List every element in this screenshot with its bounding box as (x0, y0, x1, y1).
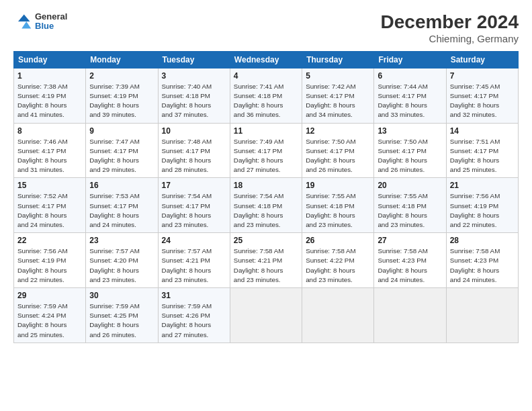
calendar-cell: 10Sunrise: 7:48 AMSunset: 4:17 PMDayligh… (158, 123, 230, 178)
day-info: Sunrise: 7:39 AMSunset: 4:19 PMDaylight:… (89, 82, 154, 120)
day-number: 29 (17, 291, 82, 300)
day-number: 21 (450, 181, 515, 190)
day-number: 9 (89, 126, 154, 136)
day-number: 17 (162, 181, 226, 190)
calendar-cell (374, 288, 446, 343)
day-info: Sunrise: 7:52 AMSunset: 4:17 PMDaylight:… (17, 191, 82, 230)
day-number: 30 (89, 291, 154, 300)
day-info: Sunrise: 7:59 AMSunset: 4:24 PMDaylight:… (17, 302, 82, 340)
day-info: Sunrise: 7:56 AMSunset: 4:19 PMDaylight:… (450, 191, 515, 230)
day-info: Sunrise: 7:38 AMSunset: 4:19 PMDaylight:… (17, 82, 82, 120)
calendar-week-row: 15Sunrise: 7:52 AMSunset: 4:17 PMDayligh… (14, 178, 519, 233)
calendar-cell: 26Sunrise: 7:58 AMSunset: 4:22 PMDayligh… (302, 233, 374, 288)
day-info: Sunrise: 7:40 AMSunset: 4:18 PMDaylight:… (162, 82, 226, 120)
day-number: 2 (89, 71, 154, 81)
calendar-cell (302, 288, 374, 343)
day-number: 15 (17, 181, 82, 190)
day-number: 13 (378, 126, 442, 136)
header: General Blue December 2024 Chieming, Ger… (13, 12, 519, 44)
day-info: Sunrise: 7:54 AMSunset: 4:17 PMDaylight:… (162, 191, 226, 230)
calendar-header-row: SundayMondayTuesdayWednesdayThursdayFrid… (14, 51, 519, 68)
calendar-subtitle: Chieming, Germany (381, 33, 519, 44)
calendar-cell: 25Sunrise: 7:58 AMSunset: 4:21 PMDayligh… (230, 233, 302, 288)
day-info: Sunrise: 7:58 AMSunset: 4:21 PMDaylight:… (234, 246, 298, 285)
calendar-cell: 24Sunrise: 7:57 AMSunset: 4:21 PMDayligh… (158, 233, 230, 288)
calendar-cell: 3Sunrise: 7:40 AMSunset: 4:18 PMDaylight… (158, 68, 230, 123)
day-number: 23 (89, 236, 154, 245)
day-number: 8 (17, 126, 82, 136)
day-number: 18 (234, 181, 298, 190)
svg-marker-1 (21, 21, 31, 29)
day-info: Sunrise: 7:45 AMSunset: 4:17 PMDaylight:… (450, 82, 515, 120)
day-number: 25 (234, 236, 298, 245)
calendar-cell (446, 288, 518, 343)
calendar-cell: 14Sunrise: 7:51 AMSunset: 4:17 PMDayligh… (446, 123, 518, 178)
day-info: Sunrise: 7:53 AMSunset: 4:17 PMDaylight:… (89, 191, 154, 230)
calendar-cell (230, 288, 302, 343)
day-info: Sunrise: 7:58 AMSunset: 4:22 PMDaylight:… (306, 246, 370, 285)
calendar-cell: 8Sunrise: 7:46 AMSunset: 4:17 PMDaylight… (14, 123, 86, 178)
day-info: Sunrise: 7:47 AMSunset: 4:17 PMDaylight:… (89, 137, 154, 175)
col-header-monday: Monday (86, 51, 158, 68)
day-number: 19 (306, 181, 370, 190)
calendar-cell: 30Sunrise: 7:59 AMSunset: 4:25 PMDayligh… (86, 288, 158, 343)
calendar-cell: 13Sunrise: 7:50 AMSunset: 4:17 PMDayligh… (374, 123, 446, 178)
col-header-sunday: Sunday (14, 51, 86, 68)
logo: General Blue (13, 12, 67, 32)
logo-icon (13, 12, 32, 31)
day-info: Sunrise: 7:46 AMSunset: 4:17 PMDaylight:… (17, 137, 82, 175)
calendar-week-row: 22Sunrise: 7:56 AMSunset: 4:19 PMDayligh… (14, 233, 519, 288)
day-number: 5 (306, 71, 370, 81)
calendar-week-row: 1Sunrise: 7:38 AMSunset: 4:19 PMDaylight… (14, 68, 519, 123)
day-info: Sunrise: 7:44 AMSunset: 4:17 PMDaylight:… (378, 82, 442, 120)
svg-marker-0 (18, 15, 30, 22)
calendar-week-row: 8Sunrise: 7:46 AMSunset: 4:17 PMDaylight… (14, 123, 519, 178)
calendar-cell: 12Sunrise: 7:50 AMSunset: 4:17 PMDayligh… (302, 123, 374, 178)
logo-line1: General (35, 12, 67, 21)
day-number: 24 (162, 236, 226, 245)
day-number: 31 (162, 291, 226, 300)
day-number: 28 (450, 236, 515, 245)
calendar-cell: 9Sunrise: 7:47 AMSunset: 4:17 PMDaylight… (86, 123, 158, 178)
calendar-cell: 27Sunrise: 7:58 AMSunset: 4:23 PMDayligh… (374, 233, 446, 288)
calendar-cell: 28Sunrise: 7:58 AMSunset: 4:23 PMDayligh… (446, 233, 518, 288)
calendar-cell: 11Sunrise: 7:49 AMSunset: 4:17 PMDayligh… (230, 123, 302, 178)
day-number: 14 (450, 126, 515, 136)
day-number: 12 (306, 126, 370, 136)
calendar-cell: 1Sunrise: 7:38 AMSunset: 4:19 PMDaylight… (14, 68, 86, 123)
title-block: December 2024 Chieming, Germany (381, 12, 519, 44)
calendar-cell: 5Sunrise: 7:42 AMSunset: 4:17 PMDaylight… (302, 68, 374, 123)
calendar-cell: 23Sunrise: 7:57 AMSunset: 4:20 PMDayligh… (86, 233, 158, 288)
day-number: 10 (162, 126, 226, 136)
col-header-thursday: Thursday (302, 51, 374, 68)
col-header-friday: Friday (374, 51, 446, 68)
day-number: 11 (234, 126, 298, 136)
page: General Blue December 2024 Chieming, Ger… (0, 0, 532, 411)
day-info: Sunrise: 7:41 AMSunset: 4:18 PMDaylight:… (234, 82, 298, 120)
logo-line2: Blue (35, 21, 67, 31)
calendar-week-row: 29Sunrise: 7:59 AMSunset: 4:24 PMDayligh… (14, 288, 519, 343)
calendar-cell: 31Sunrise: 7:59 AMSunset: 4:26 PMDayligh… (158, 288, 230, 343)
calendar-cell: 21Sunrise: 7:56 AMSunset: 4:19 PMDayligh… (446, 178, 518, 233)
calendar-cell: 22Sunrise: 7:56 AMSunset: 4:19 PMDayligh… (14, 233, 86, 288)
day-info: Sunrise: 7:42 AMSunset: 4:17 PMDaylight:… (306, 82, 370, 120)
calendar-cell: 19Sunrise: 7:55 AMSunset: 4:18 PMDayligh… (302, 178, 374, 233)
calendar-cell: 16Sunrise: 7:53 AMSunset: 4:17 PMDayligh… (86, 178, 158, 233)
day-number: 7 (450, 71, 515, 81)
day-info: Sunrise: 7:54 AMSunset: 4:18 PMDaylight:… (234, 191, 298, 230)
calendar-title: December 2024 (381, 12, 519, 33)
day-number: 3 (162, 71, 226, 81)
day-info: Sunrise: 7:58 AMSunset: 4:23 PMDaylight:… (378, 246, 442, 285)
calendar-cell: 18Sunrise: 7:54 AMSunset: 4:18 PMDayligh… (230, 178, 302, 233)
calendar-cell: 2Sunrise: 7:39 AMSunset: 4:19 PMDaylight… (86, 68, 158, 123)
col-header-wednesday: Wednesday (230, 51, 302, 68)
calendar-cell: 17Sunrise: 7:54 AMSunset: 4:17 PMDayligh… (158, 178, 230, 233)
day-info: Sunrise: 7:58 AMSunset: 4:23 PMDaylight:… (450, 246, 515, 285)
day-number: 20 (378, 181, 442, 190)
logo-text: General Blue (35, 12, 67, 32)
day-number: 4 (234, 71, 298, 81)
day-info: Sunrise: 7:55 AMSunset: 4:18 PMDaylight:… (378, 191, 442, 230)
day-number: 16 (89, 181, 154, 190)
day-info: Sunrise: 7:50 AMSunset: 4:17 PMDaylight:… (378, 137, 442, 175)
day-info: Sunrise: 7:50 AMSunset: 4:17 PMDaylight:… (306, 137, 370, 175)
